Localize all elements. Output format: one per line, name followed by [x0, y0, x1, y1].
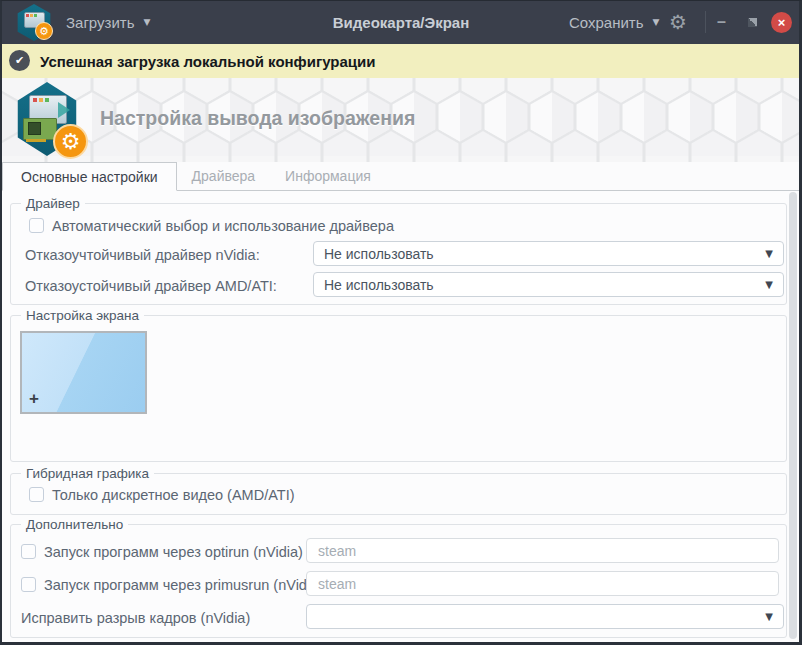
settings-gear-button[interactable]: ⚙	[669, 0, 687, 44]
titlebar-separator	[705, 11, 706, 33]
group-hybrid: Гибридная графика Только дискретное виде…	[10, 473, 787, 515]
primusrun-label: Запуск программ через primusrun (nVidia)	[44, 576, 323, 594]
chevron-down-icon: ▼	[765, 279, 773, 290]
close-button[interactable]: ×	[771, 12, 792, 33]
primusrun-checkbox[interactable]	[21, 577, 36, 592]
success-check-icon: ✔	[9, 50, 30, 71]
restore-button[interactable]	[748, 18, 757, 27]
save-menu-label: Сохранить	[569, 14, 644, 31]
plus-icon: +	[29, 390, 39, 407]
save-menu-button[interactable]: Сохранить ▼	[569, 0, 659, 44]
gpu-card-graphic	[23, 118, 57, 140]
add-screen-tile[interactable]: +	[20, 331, 147, 414]
optirun-command-input[interactable]	[306, 538, 779, 563]
tab-information[interactable]: Информация	[270, 162, 386, 190]
group-hybrid-legend: Гибридная графика	[21, 465, 154, 482]
group-screen-legend: Настройка экрана	[21, 307, 144, 324]
optirun-checkbox[interactable]	[21, 544, 36, 559]
tearing-fix-label: Исправить разрыв кадров (nVidia)	[21, 609, 250, 627]
chevron-down-icon: ▼	[653, 17, 660, 27]
group-extra-legend: Дополнительно	[21, 516, 128, 533]
check-glyph: ✔	[15, 54, 24, 67]
titlebar: ⚙ Загрузить ▼ Видеокарта/Экран Сохранить…	[0, 0, 802, 44]
tab-drivers[interactable]: Драйвера	[177, 162, 271, 190]
play-triangle	[58, 102, 70, 118]
group-screen: Настройка экрана +	[10, 315, 787, 462]
nvidia-failsafe-select[interactable]: Не использовать ▼	[313, 241, 784, 266]
vertical-scrollbar[interactable]	[789, 192, 797, 639]
group-extra: Дополнительно Запуск программ через opti…	[10, 524, 787, 638]
primusrun-command-input[interactable]	[306, 571, 779, 596]
auto-driver-label: Автоматический выбор и использование дра…	[52, 217, 394, 235]
chevron-down-icon: ▼	[765, 611, 773, 622]
optirun-label: Запуск программ через optirun (nVidia)	[44, 543, 303, 561]
tearing-fix-select[interactable]: ▼	[306, 604, 784, 629]
gear-icon: ⚙	[669, 10, 687, 34]
amd-failsafe-select[interactable]: Не использовать ▼	[313, 272, 784, 297]
chevron-down-icon: ▼	[765, 248, 773, 259]
select-value: Не использовать	[324, 277, 434, 293]
page-title: Настройка вывода изображения	[100, 107, 415, 130]
gear-glyph: ⚙	[61, 131, 81, 153]
app-banner-icon: ⚙	[13, 82, 93, 160]
app-window: ⚙ Загрузить ▼ Видеокарта/Экран Сохранить…	[0, 0, 802, 645]
close-icon: ×	[778, 16, 786, 29]
minimize-button[interactable]: –	[717, 0, 726, 44]
minimize-icon: –	[717, 13, 726, 31]
notification-bar: ✔ Успешная загрузка локальной конфигурац…	[0, 44, 802, 78]
tab-bar: Основные настройки Драйвера Информация	[2, 162, 799, 191]
amd-failsafe-label: Отказоустойчивый драйвер AMD/ATI:	[25, 277, 277, 295]
group-driver-legend: Драйвер	[21, 195, 85, 212]
select-value: Не использовать	[324, 246, 434, 262]
notification-message: Успешная загрузка локальной конфигурации	[40, 44, 376, 78]
tab-main-settings[interactable]: Основные настройки	[2, 162, 177, 191]
gear-icon: ⚙	[53, 124, 88, 159]
nvidia-failsafe-label: Отказоучтойчивый драйвер nVidia:	[25, 246, 260, 264]
discrete-video-label: Только дискретное видео (AMD/ATI)	[52, 486, 295, 504]
auto-driver-checkbox[interactable]	[29, 218, 44, 233]
discrete-video-checkbox[interactable]	[29, 487, 44, 502]
group-driver: Драйвер Автоматический выбор и использов…	[10, 203, 787, 305]
